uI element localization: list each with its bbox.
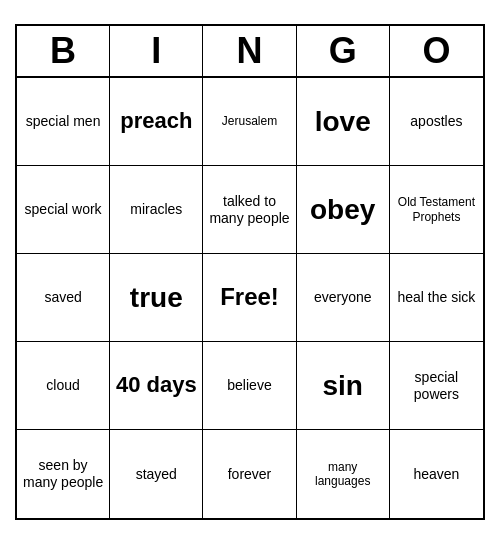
- bingo-cell: saved: [17, 254, 110, 342]
- bingo-cell: 40 days: [110, 342, 203, 430]
- bingo-cell: Old Testament Prophets: [390, 166, 483, 254]
- header-letter: B: [17, 26, 110, 76]
- bingo-cell: everyone: [297, 254, 390, 342]
- bingo-cell: special powers: [390, 342, 483, 430]
- bingo-cell: love: [297, 78, 390, 166]
- header-letter: N: [203, 26, 296, 76]
- bingo-cell: obey: [297, 166, 390, 254]
- bingo-cell: heal the sick: [390, 254, 483, 342]
- bingo-cell: forever: [203, 430, 296, 518]
- header-letter: O: [390, 26, 483, 76]
- bingo-cell: stayed: [110, 430, 203, 518]
- bingo-cell: special work: [17, 166, 110, 254]
- bingo-cell: cloud: [17, 342, 110, 430]
- bingo-cell: Jerusalem: [203, 78, 296, 166]
- bingo-card: BINGO special menpreachJerusalemloveapos…: [15, 24, 485, 520]
- bingo-cell: heaven: [390, 430, 483, 518]
- bingo-cell: special men: [17, 78, 110, 166]
- bingo-cell: true: [110, 254, 203, 342]
- bingo-cell: sin: [297, 342, 390, 430]
- bingo-cell: seen by many people: [17, 430, 110, 518]
- bingo-cell: miracles: [110, 166, 203, 254]
- bingo-cell: believe: [203, 342, 296, 430]
- bingo-grid: special menpreachJerusalemloveapostlessp…: [17, 78, 483, 518]
- bingo-cell: Free!: [203, 254, 296, 342]
- bingo-cell: preach: [110, 78, 203, 166]
- bingo-cell: talked to many people: [203, 166, 296, 254]
- bingo-cell: apostles: [390, 78, 483, 166]
- header-letter: I: [110, 26, 203, 76]
- header-letter: G: [297, 26, 390, 76]
- bingo-cell: many languages: [297, 430, 390, 518]
- bingo-header: BINGO: [17, 26, 483, 78]
